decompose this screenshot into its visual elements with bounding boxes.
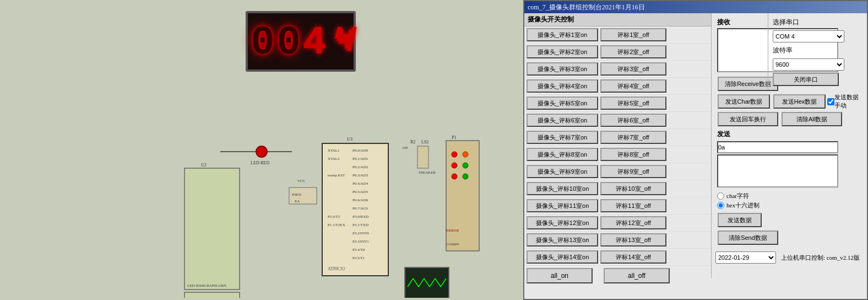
- hex-radio[interactable]: [717, 202, 724, 209]
- svg-rect-29: [185, 292, 240, 298]
- camera-row-14: 摄像头_评标14室on评标14室_off: [524, 249, 711, 266]
- port-select-area: 选择串口 COM 4 波特率 9600 关闭串口: [768, 13, 867, 89]
- svg-text:U2: U2: [201, 163, 207, 168]
- send-char-button[interactable]: 发送Char数据: [718, 94, 770, 109]
- camera-off-btn-1[interactable]: 评标1室_off: [600, 28, 666, 41]
- send-return-button[interactable]: 发送回车换行: [718, 112, 778, 126]
- radio-group: char字符 hex十六进制: [717, 192, 864, 210]
- svg-text:P3.1/TXD: P3.1/TXD: [352, 223, 368, 227]
- camera-off-btn-9[interactable]: 评标9室_off: [600, 165, 666, 178]
- svg-text:LS2: LS2: [421, 140, 428, 144]
- segment-display: 004🯴: [246, 11, 356, 72]
- camera-rows: 摄像头_评标1室on评标1室_off摄像头_评标2室on评标2室_off摄像头_…: [524, 26, 711, 266]
- camera-row-11: 摄像头_评标11室on评标11室_off: [524, 197, 711, 215]
- camera-row-1: 摄像头_评标1室on评标1室_off: [524, 26, 711, 44]
- camera-off-btn-11[interactable]: 评标11室_off: [600, 199, 666, 212]
- svg-text:P0.4/AD4: P0.4/AD4: [352, 181, 368, 186]
- footer-row: 2022-01-29 上位机串口控制: com_v2.12版: [714, 250, 867, 265]
- char-radio[interactable]: [717, 192, 724, 200]
- clear-send-row: 清除Send数据: [716, 229, 865, 246]
- camera-on-btn-1[interactable]: 摄像头_评标1室on: [527, 28, 598, 41]
- svg-text:P0.6/AD6: P0.6/AD6: [352, 198, 368, 202]
- port-select[interactable]: COM 4: [773, 30, 844, 42]
- svg-text:P0.7/AC6: P0.7/AC6: [352, 206, 368, 211]
- camera-on-btn-6[interactable]: 摄像头_评标6室on: [527, 114, 598, 127]
- camera-off-btn-5[interactable]: 评标5室_off: [600, 97, 666, 110]
- camera-on-btn-9[interactable]: 摄像头_评标9室on: [527, 165, 598, 178]
- close-port-button[interactable]: 关闭串口: [773, 73, 839, 86]
- svg-point-44: [463, 174, 468, 179]
- camera-off-btn-2[interactable]: 评标2室_off: [600, 45, 666, 58]
- camera-off-btn-13[interactable]: 评标13室_off: [600, 233, 666, 247]
- svg-point-41: [452, 163, 457, 168]
- svg-text:EA: EA: [295, 199, 300, 203]
- svg-text:VCC: VCC: [297, 179, 306, 183]
- svg-text:P0.1/AD1: P0.1/AD1: [352, 157, 368, 161]
- svg-text:P3.5/T1: P3.5/T1: [352, 256, 365, 260]
- footer-label: 上位机串口控制: com_v2.12版: [781, 254, 860, 262]
- svg-text:ERROR: ERROR: [446, 228, 459, 233]
- send-area: 发送 char字符 hex十六进制 发送数据: [714, 130, 867, 246]
- hex-radio-item: hex十六进制: [717, 201, 864, 210]
- svg-text:R2: R2: [410, 140, 415, 144]
- camera-on-btn-13[interactable]: 摄像头_评标13室on: [527, 233, 598, 247]
- svg-text:P1.1/T2EX: P1.1/T2EX: [328, 223, 345, 227]
- svg-text:U1: U1: [347, 136, 353, 142]
- control-panel: com_7_摄像头群组控制台2021年1月16日 摄像头开关控制 摄像头_评标1…: [523, 0, 868, 300]
- port-select-label: 选择串口: [773, 18, 862, 27]
- baud-select[interactable]: 9600: [773, 58, 844, 71]
- camera-off-btn-4[interactable]: 评标4室_off: [600, 79, 666, 93]
- svg-point-0: [256, 146, 267, 157]
- svg-text:AT89CS2: AT89CS2: [328, 266, 345, 271]
- camera-row-4: 摄像头_评标4室on评标4室_off: [524, 78, 711, 95]
- camera-row-12: 摄像头_评标12室on评标12室_off: [524, 215, 711, 232]
- circuit-area: 004🯴 1043 off LED-RED U1 XTAL1 XTAL2 res…: [0, 0, 529, 300]
- svg-text:PSEN: PSEN: [292, 192, 301, 197]
- camera-on-btn-14[interactable]: 摄像头_评标14室on: [527, 250, 598, 264]
- camera-on-btn-4[interactable]: 摄像头_评标4室on: [527, 79, 598, 93]
- svg-text:P3.3/INT1: P3.3/INT1: [352, 239, 369, 244]
- svg-text:SPEAKER: SPEAKER: [419, 170, 436, 175]
- auto-send-checkbox[interactable]: [827, 98, 834, 105]
- date-select[interactable]: 2022-01-29: [715, 251, 776, 264]
- camera-row-5: 摄像头_评标5室on评标5室_off: [524, 95, 711, 112]
- camera-off-btn-7[interactable]: 评标7室_off: [600, 131, 666, 144]
- segment-value: 004🯴: [251, 18, 351, 66]
- camera-off-btn-12[interactable]: 评标12室_off: [600, 216, 666, 229]
- panel-title: com_7_摄像头群组控制台2021年1月16日: [528, 3, 645, 12]
- camera-off-btn-10[interactable]: 评标10室_off: [600, 182, 666, 195]
- svg-text:P3.2/INT0: P3.2/INT0: [352, 231, 369, 235]
- svg-text:100: 100: [402, 146, 408, 150]
- svg-text:P0.2/AD2: P0.2/AD2: [352, 165, 368, 169]
- svg-text:P1.0/T2: P1.0/T2: [328, 215, 340, 219]
- camera-off-btn-3[interactable]: 评标3室_off: [600, 62, 666, 76]
- all-on-button[interactable]: all_on: [527, 268, 593, 283]
- camera-off-btn-8[interactable]: 评标8室_off: [600, 148, 666, 161]
- clear-all-button[interactable]: 清除All数据: [782, 112, 842, 126]
- clear-send-button[interactable]: 清除Send数据: [718, 231, 778, 245]
- svg-text:P0.3/AD3: P0.3/AD3: [352, 173, 368, 178]
- camera-on-btn-8[interactable]: 摄像头_评标8室on: [527, 148, 598, 161]
- camera-section-title: 摄像头开关控制: [524, 13, 711, 26]
- camera-on-btn-2[interactable]: 摄像头_评标2室on: [527, 45, 598, 58]
- send-data-button[interactable]: 发送数据: [718, 213, 762, 227]
- send-textarea[interactable]: [717, 154, 838, 188]
- camera-off-btn-14[interactable]: 评标14室_off: [600, 250, 666, 264]
- svg-point-43: [452, 174, 457, 179]
- camera-row-7: 摄像头_评标7室on评标7室_off: [524, 129, 711, 146]
- svg-rect-34: [417, 146, 428, 168]
- panel-titlebar: com_7_摄像头群组控制台2021年1月16日: [524, 1, 867, 13]
- camera-on-btn-11[interactable]: 摄像头_评标11室on: [527, 199, 598, 212]
- send-hex-button[interactable]: 发送Hex数据: [773, 94, 826, 109]
- camera-on-btn-10[interactable]: 摄像头_评标10室on: [527, 182, 598, 195]
- camera-on-btn-5[interactable]: 摄像头_评标5室on: [527, 97, 598, 110]
- camera-on-btn-3[interactable]: 摄像头_评标3室on: [527, 62, 598, 76]
- camera-on-btn-12[interactable]: 摄像头_评标12室on: [527, 216, 598, 229]
- svg-text:XTAL1: XTAL1: [328, 148, 340, 153]
- send-input[interactable]: [717, 141, 838, 153]
- camera-row-10: 摄像头_评标10室on评标10室_off: [524, 180, 711, 197]
- all-off-button[interactable]: all_off: [604, 268, 670, 283]
- baud-label: 波特率: [773, 46, 862, 55]
- camera-on-btn-7[interactable]: 摄像头_评标7室on: [527, 131, 598, 144]
- camera-off-btn-6[interactable]: 评标6室_off: [600, 114, 666, 127]
